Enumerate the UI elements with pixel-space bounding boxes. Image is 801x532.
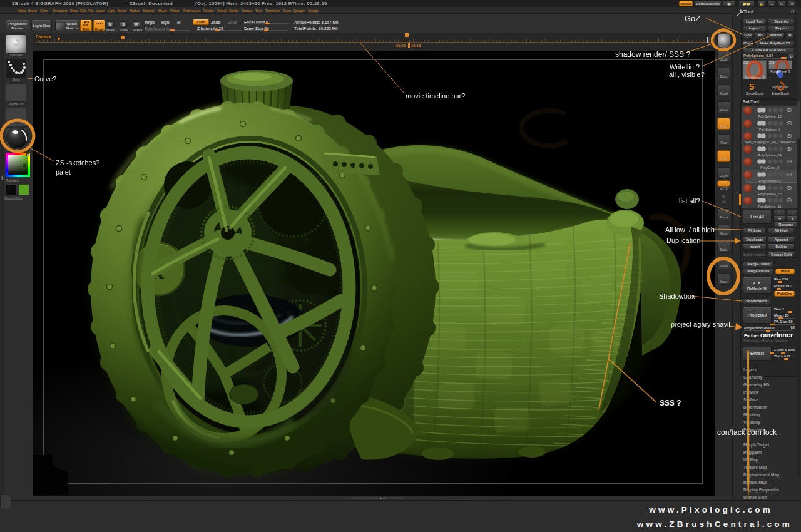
svg-text:00:02: 00:02: [396, 44, 406, 48]
svg-text:16:13: 16:13: [411, 44, 421, 48]
